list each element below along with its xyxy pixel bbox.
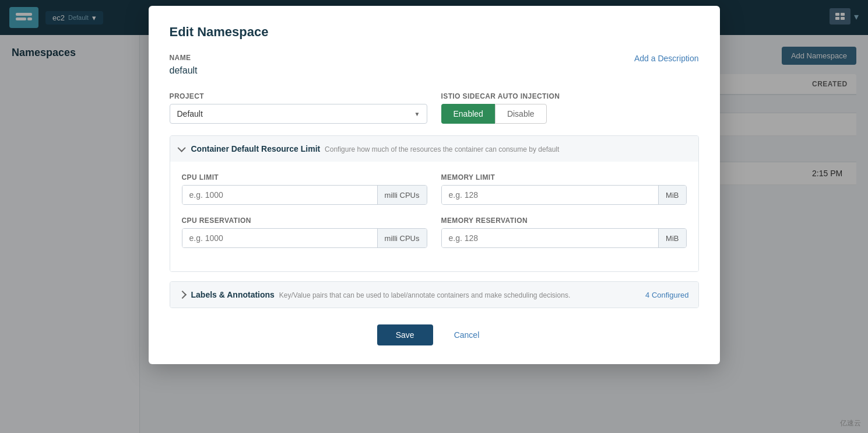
cpu-limit-unit: milli CPUs [377, 186, 427, 204]
cpu-memory-limit-row: CPU Limit milli CPUs Memory Limit MiB [182, 173, 687, 205]
add-description-link[interactable]: Add a Description [634, 54, 699, 63]
memory-reservation-label: Memory Reservation [441, 216, 687, 225]
labels-title: Labels & Annotations [191, 290, 275, 299]
memory-reservation-group: Memory Reservation MiB [441, 216, 687, 248]
cancel-button[interactable]: Cancel [442, 324, 491, 345]
cpu-limit-label: CPU Limit [182, 173, 427, 181]
project-select[interactable]: Default [170, 104, 427, 124]
name-row: Name default Add a Description [170, 54, 699, 90]
name-label: Name [170, 54, 634, 62]
cpu-reservation-input[interactable] [182, 229, 377, 247]
project-istio-row: Project Default Istio sidecar auto injec… [170, 92, 699, 124]
memory-limit-label: Memory Limit [441, 173, 687, 181]
project-label: Project [170, 92, 427, 100]
cpu-limit-input-group: milli CPUs [182, 185, 427, 205]
memory-reservation-input[interactable] [442, 229, 659, 247]
cpu-reservation-label: CPU Reservation [182, 216, 427, 225]
istio-disable-button[interactable]: Disable [495, 104, 547, 124]
container-limit-section: Container Default Resource Limit Configu… [170, 135, 699, 272]
save-button[interactable]: Save [377, 324, 433, 345]
istio-toggle-group: Enabled Disable [441, 104, 699, 124]
cpu-limit-input[interactable] [182, 186, 377, 204]
container-limit-body: CPU Limit milli CPUs Memory Limit MiB [170, 162, 698, 271]
edit-namespace-modal: Edit Namespace Name default Add a Descri… [149, 6, 720, 364]
project-select-wrapper: Default [170, 104, 427, 124]
container-limit-title: Container Default Resource Limit [191, 144, 321, 153]
cpu-reservation-group: CPU Reservation milli CPUs [182, 216, 427, 248]
chevron-icon [177, 144, 185, 152]
labels-configured-badge: 4 Configured [645, 291, 688, 299]
modal-overlay: Edit Namespace Name default Add a Descri… [0, 0, 868, 433]
memory-reservation-unit: MiB [658, 229, 686, 247]
project-field-group: Project Default [170, 92, 427, 124]
cpu-memory-reservation-row: CPU Reservation milli CPUs Memory Reserv… [182, 216, 687, 248]
memory-limit-input[interactable] [442, 186, 659, 204]
istio-field-group: Istio sidecar auto injection Enabled Dis… [441, 92, 699, 124]
cpu-reservation-input-group: milli CPUs [182, 228, 427, 248]
name-field-group: Name default [170, 54, 634, 90]
memory-limit-group: Memory Limit MiB [441, 173, 687, 205]
istio-label: Istio sidecar auto injection [441, 92, 699, 100]
memory-reservation-input-group: MiB [441, 228, 687, 248]
name-value: default [170, 65, 634, 76]
cpu-limit-group: CPU Limit milli CPUs [182, 173, 427, 205]
labels-desc: Key/Value pairs that can be used to labe… [279, 291, 570, 299]
modal-title: Edit Namespace [170, 25, 699, 40]
container-limit-section-header[interactable]: Container Default Resource Limit Configu… [170, 136, 698, 162]
memory-limit-unit: MiB [658, 186, 686, 204]
memory-limit-input-group: MiB [441, 185, 687, 205]
chevron-right-icon [178, 291, 186, 299]
labels-annotations-section: Labels & Annotations Key/Value pairs tha… [170, 281, 699, 308]
istio-enabled-button[interactable]: Enabled [441, 104, 495, 124]
modal-footer: Save Cancel [170, 324, 699, 345]
container-limit-desc: Configure how much of the resources the … [325, 145, 559, 153]
cpu-reservation-unit: milli CPUs [377, 229, 427, 247]
labels-annotations-header[interactable]: Labels & Annotations Key/Value pairs tha… [170, 282, 698, 308]
